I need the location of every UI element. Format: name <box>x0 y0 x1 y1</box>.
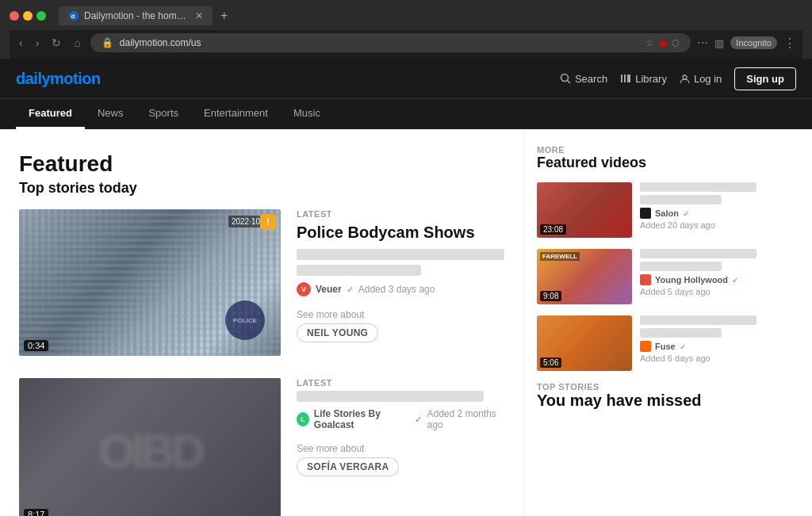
sidebar-duration-2: 9:08 <box>540 291 561 301</box>
sidebar-thumb-3[interactable]: 5:06 <box>537 315 632 371</box>
story-title-1[interactable]: Police Bodycam Shows <box>297 222 504 243</box>
browser-chrome: d Dailymotion - the home for vid... ✕ + … <box>0 0 812 59</box>
home-button[interactable]: ⌂ <box>71 35 83 51</box>
nav-news[interactable]: News <box>85 99 136 129</box>
video-thumb-1[interactable]: POLICE 2022·10·21 0:34 ! <box>19 209 281 356</box>
sidebar-title-blur-1a <box>640 182 756 192</box>
sidebar-channel-name-1[interactable]: Salon <box>655 208 679 218</box>
header-right: Search Library Log in Sign up <box>560 67 796 90</box>
farewell-label: FAREWELL <box>540 252 580 261</box>
address-bar-icons: ☆ ◉ ⬡ <box>645 37 680 48</box>
sidebar-channel-name-3[interactable]: Fuse <box>655 342 676 351</box>
browser-addressbar: ‹ › ↻ ⌂ 🔒 dailymotion.com/us ☆ ◉ ⬡ ⋯ ▥ I… <box>10 30 802 59</box>
sidebar-title-blur-2a <box>640 249 756 258</box>
opera-icon: ◉ <box>659 37 667 48</box>
video-thumb-2[interactable]: OIBD 8:17 <box>19 378 281 516</box>
more-tools-icon[interactable]: ⋯ <box>697 36 708 49</box>
nav-featured[interactable]: Featured <box>16 99 85 129</box>
library-icon <box>620 73 631 84</box>
svg-point-7 <box>683 75 687 79</box>
new-tab-button[interactable]: + <box>220 9 228 23</box>
channel-name-1[interactable]: Veuer <box>316 284 342 295</box>
see-more-label-2: See more about <box>297 443 504 454</box>
menu-button[interactable]: ⋮ <box>783 36 796 51</box>
video-duration-1: 0:34 <box>24 340 48 351</box>
sidebar-channel-logo-3 <box>640 341 651 352</box>
forward-button[interactable]: › <box>33 35 43 51</box>
back-button[interactable]: ‹ <box>16 35 26 51</box>
latest-label-1: LATEST <box>297 209 504 219</box>
channel-info-2: L Life Stories By Goalcast ✓ Added 2 mon… <box>297 408 504 430</box>
sidebar-video-3: 5:06 Fuse ✓ Added 6 days ago <box>537 315 756 371</box>
svg-rect-4 <box>621 75 622 82</box>
added-time-1: Added 3 days ago <box>358 284 435 295</box>
site-header: dailymotion Search Library Log in Sig <box>0 59 812 98</box>
sidebar-thumb-2[interactable]: FAREWELL 9:08 <box>537 249 632 304</box>
top-stories-section-label: TOP STORIES <box>537 382 756 392</box>
channel-name-2[interactable]: Life Stories By Goalcast <box>314 408 411 430</box>
badge-icon: POLICE <box>225 300 265 340</box>
maximize-button[interactable] <box>36 11 46 21</box>
story-title-blur-2 <box>297 391 484 402</box>
sidebar-title-blur-1b <box>640 195 722 204</box>
url-text: dailymotion.com/us <box>120 37 640 48</box>
search-button[interactable]: Search <box>560 73 607 85</box>
nav-music[interactable]: Music <box>281 99 333 129</box>
thumb-image-1: POLICE 2022·10·21 <box>19 209 281 356</box>
signup-button[interactable]: Sign up <box>734 67 796 90</box>
sidebar-channel-name-2[interactable]: Young Hollywood <box>655 275 728 285</box>
minimize-button[interactable] <box>23 11 33 21</box>
sidebar-toggle[interactable]: ▥ <box>714 37 724 49</box>
sidebar-video-2: FAREWELL 9:08 Young Hollywood ✓ Added 5 … <box>537 249 756 304</box>
svg-rect-5 <box>624 75 626 82</box>
library-button[interactable]: Library <box>620 73 667 85</box>
story-desc-blur-1b <box>297 265 421 276</box>
story-desc-blur-1a <box>297 249 504 260</box>
verified-icon-2: ✓ <box>415 415 422 425</box>
nav-sports[interactable]: Sports <box>136 99 191 129</box>
video-duration-2: 8:17 <box>24 509 48 516</box>
topic-tag-2[interactable]: SOFÍA VERGARA <box>297 457 399 476</box>
sidebar-duration-1: 23:08 <box>540 224 566 235</box>
sidebar-channel-logo-2 <box>640 274 651 285</box>
sidebar-title-blur-2b <box>640 262 722 271</box>
address-bar[interactable]: 🔒 dailymotion.com/us ☆ ◉ ⬡ <box>90 33 691 52</box>
sidebar-video-info-2: Young Hollywood ✓ Added 5 days ago <box>640 249 756 296</box>
sidebar-added-1: Added 20 days ago <box>640 220 756 230</box>
sidebar-channel-logo-1 <box>640 208 651 219</box>
close-button[interactable] <box>10 11 19 21</box>
added-time-2: Added 2 months ago <box>427 408 504 430</box>
login-button[interactable]: Log in <box>680 73 722 85</box>
sidebar-verified-2: ✓ <box>732 276 738 285</box>
tab-close[interactable]: ✕ <box>195 10 203 21</box>
sidebar-channel-3: Fuse ✓ <box>640 341 756 352</box>
browser-titlebar: d Dailymotion - the home for vid... ✕ + <box>10 6 802 25</box>
channel-logo-1: V <box>297 282 311 296</box>
sidebar-video-info-3: Fuse ✓ Added 6 days ago <box>640 315 756 363</box>
left-content: Featured Top stories today POLICE 2022·1… <box>0 129 523 516</box>
extensions-icon[interactable]: ⬡ <box>672 38 680 48</box>
svg-text:d: d <box>71 13 75 20</box>
sidebar-thumb-1[interactable]: 23:08 <box>537 182 632 238</box>
browser-tab[interactable]: d Dailymotion - the home for vid... ✕ <box>59 6 213 25</box>
right-sidebar: MORE Featured videos 23:08 Salon ✓ Added… <box>523 129 769 516</box>
video-warning-icon-1: ! <box>260 214 276 230</box>
browser-right-controls: ⋯ ▥ Incognito ⋮ <box>697 36 796 51</box>
verified-icon-1: ✓ <box>347 285 354 295</box>
topic-tag-1[interactable]: NEIL YOUNG <box>297 323 378 342</box>
sidebar-added-2: Added 5 days ago <box>640 287 756 296</box>
search-icon <box>560 73 571 84</box>
bookmark-icon[interactable]: ☆ <box>645 37 654 48</box>
story-meta-1: LATEST Police Bodycam Shows V Veuer ✓ Ad… <box>297 209 504 342</box>
main-content: Featured Top stories today POLICE 2022·1… <box>0 129 812 516</box>
see-more-label-1: See more about <box>297 309 504 320</box>
blur-overlay-2 <box>19 378 281 516</box>
story-card-1: POLICE 2022·10·21 0:34 ! LATEST Police B… <box>19 209 504 356</box>
sidebar-verified-3: ✓ <box>680 342 686 351</box>
nav-entertainment[interactable]: Entertainment <box>191 99 281 129</box>
reload-button[interactable]: ↻ <box>48 35 64 51</box>
site-logo[interactable]: dailymotion <box>16 70 101 88</box>
top-stories-title: Top stories today <box>19 180 504 197</box>
channel-logo-2: L <box>297 412 309 426</box>
sidebar-bottom: TOP STORIES You may have missed <box>537 382 756 410</box>
